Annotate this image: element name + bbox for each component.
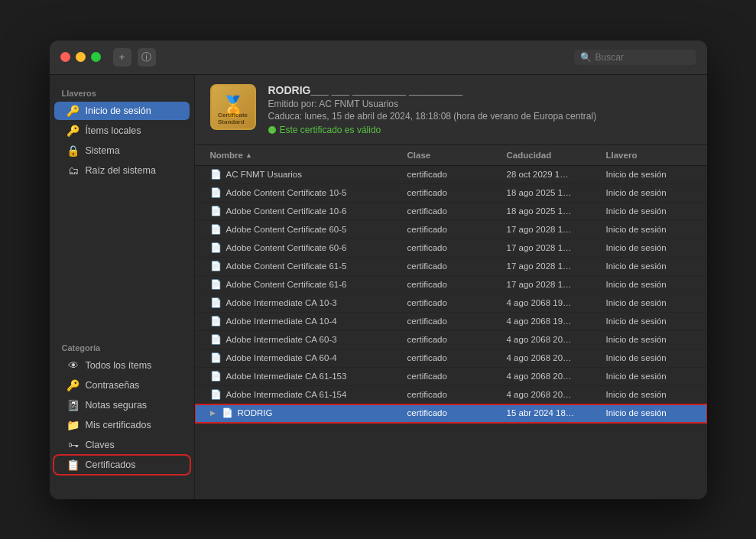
info-icon: ⓘ [141, 50, 151, 64]
cert-info: RODRIG___ ___ _________ _________ Emitid… [268, 84, 692, 135]
cell-llavero: Inicio de sesión [603, 333, 695, 346]
sidebar-item-mis-certificados[interactable]: 📁 Mis certificados [54, 416, 190, 434]
cell-caducidad: 28 oct 2029 1… [504, 168, 603, 180]
cell-caducidad: 17 ago 2028 1… [504, 223, 603, 235]
traffic-lights [60, 52, 101, 62]
col-nombre[interactable]: Nombre ▲ [207, 148, 404, 162]
cell-clase: certificado [404, 168, 504, 180]
table-row[interactable]: 📄Adobe Content Certificate 60-5certifica… [195, 221, 707, 239]
table-row[interactable]: 📄Adobe Intermediate CA 60-4certificado4 … [195, 349, 707, 368]
cert-row-icon: 📄 [222, 407, 233, 418]
sidebar-item-raiz-sistema[interactable]: 🗂 Raíz del sistema [54, 161, 190, 180]
table-row[interactable]: 📄Adobe Content Certificate 61-6certifica… [195, 276, 707, 294]
sidebar-item-notas[interactable]: 📓 Notas seguras [54, 396, 190, 414]
table-row[interactable]: 📄Adobe Content Certificate 10-6certifica… [195, 203, 707, 221]
cell-nombre-text: Adobe Content Certificate 61-5 [226, 261, 347, 271]
titlebar-actions: + ⓘ [113, 48, 156, 67]
skeleton-key-icon: 🗝 [67, 439, 80, 451]
valid-indicator [268, 126, 276, 134]
sidebar: Llaveros 🔑 Inicio de sesión 🔑 Ítems loca… [50, 75, 195, 499]
sidebar-item-sistema[interactable]: 🔒 Sistema [54, 141, 190, 160]
sidebar-item-label: Sistema [86, 145, 120, 156]
cell-llavero: Inicio de sesión [603, 388, 695, 401]
cell-llavero: Inicio de sesión [603, 278, 695, 291]
cell-llavero: Inicio de sesión [603, 168, 695, 180]
minimize-button[interactable] [76, 52, 86, 62]
cell-nombre: 📄Adobe Intermediate CA 60-4 [207, 351, 404, 365]
cert-row-icon: 📄 [210, 224, 222, 235]
table-row[interactable]: 📄AC FNMT Usuarioscertificado28 oct 2029 … [195, 166, 707, 184]
cert-row-icon: 📄 [210, 316, 222, 326]
cert-list-icon: 📋 [67, 459, 80, 471]
sidebar-item-label: Claves [86, 440, 115, 450]
cell-nombre: 📄Adobe Intermediate CA 10-4 [207, 314, 404, 328]
cert-ribbon: CertificateStandard [218, 112, 248, 125]
cert-row-icon: 📄 [210, 261, 222, 271]
cell-nombre-text: Adobe Intermediate CA 10-3 [226, 298, 337, 307]
cert-row-icon: 📄 [210, 297, 222, 308]
sidebar-item-todos[interactable]: 👁 Todos los ítems [54, 356, 190, 375]
expand-arrow-icon: ▶ [210, 409, 216, 417]
cell-nombre: 📄Adobe Intermediate CA 61-154 [207, 388, 404, 401]
sidebar-item-certificados[interactable]: 📋 Certificados [54, 456, 190, 474]
col-caducidad: Caducidad [504, 148, 603, 162]
table-row[interactable]: 📄Adobe Intermediate CA 61-154certificado… [195, 386, 707, 404]
table-row[interactable]: 📄Adobe Intermediate CA 10-4certificado4 … [195, 313, 707, 331]
table-row[interactable]: 📄Adobe Intermediate CA 10-3certificado4 … [195, 294, 707, 313]
info-button[interactable]: ⓘ [138, 48, 156, 67]
cell-caducidad: 17 ago 2028 1… [504, 278, 603, 291]
cert-row-icon: 📄 [210, 389, 222, 400]
sidebar-item-contrasenas[interactable]: 🔑 Contraseñas [54, 376, 190, 395]
cell-nombre-text: Adobe Content Certificate 60-6 [226, 243, 347, 252]
cert-header: 🏅 CertificateStandard RODRIG___ ___ ____… [195, 75, 707, 145]
close-button[interactable] [60, 52, 70, 62]
table-row[interactable]: 📄Adobe Content Certificate 10-5certifica… [195, 184, 707, 203]
cert-row-icon: 📄 [210, 187, 222, 198]
category-section-label: Categoría [50, 339, 194, 356]
table-row[interactable]: 📄Adobe Content Certificate 61-5certifica… [195, 258, 707, 276]
sidebar-item-claves[interactable]: 🗝 Claves [54, 436, 190, 454]
folder-icon: 🗂 [67, 164, 80, 177]
col-clase: Clase [404, 148, 504, 162]
table-body: 📄AC FNMT Usuarioscertificado28 oct 2029 … [195, 166, 707, 499]
sidebar-item-inicio-sesion[interactable]: 🔑 Inicio de sesión [54, 102, 190, 120]
cell-caducidad: 4 ago 2068 20… [504, 388, 603, 401]
sidebar-item-label: Inicio de sesión [86, 106, 151, 116]
key-icon: 🔑 [67, 105, 80, 117]
table-row[interactable]: 📄Adobe Intermediate CA 60-3certificado4 … [195, 331, 707, 349]
add-item-button[interactable]: + [113, 48, 131, 67]
cell-nombre: 📄AC FNMT Usuarios [207, 167, 404, 181]
sidebar-item-label: Certificados [86, 459, 136, 470]
sidebar-item-items-locales[interactable]: 🔑 Ítems locales [54, 122, 190, 140]
cert-row-icon: 📄 [210, 371, 222, 382]
maximize-button[interactable] [91, 52, 101, 62]
cell-caducidad: 4 ago 2068 19… [504, 315, 603, 327]
cert-row-icon: 📄 [210, 334, 222, 345]
cell-caducidad: 18 ago 2025 1… [504, 205, 603, 217]
notes-icon: 📓 [67, 399, 80, 411]
cell-clase: certificado [404, 388, 504, 401]
cell-clase: certificado [404, 242, 504, 254]
plus-icon: + [119, 51, 125, 63]
cert-row-icon: 📄 [210, 352, 222, 363]
cell-nombre-text: Adobe Content Certificate 10-5 [226, 188, 347, 197]
key-icon-3: 🔑 [67, 379, 80, 391]
eye-icon: 👁 [67, 359, 80, 372]
main-layout: Llaveros 🔑 Inicio de sesión 🔑 Ítems loca… [50, 75, 707, 499]
table-header: Nombre ▲ Clase Caducidad Llavero [195, 145, 707, 166]
search-input[interactable] [595, 52, 690, 63]
cell-nombre-text: Adobe Content Certificate 61-6 [226, 280, 347, 289]
table-row[interactable]: ▶📄RODRIGcertificado15 abr 2024 18…Inicio… [195, 404, 707, 423]
sort-arrow: ▲ [245, 151, 252, 159]
cell-clase: certificado [404, 333, 504, 346]
content-area: 🏅 CertificateStandard RODRIG___ ___ ____… [195, 75, 707, 499]
table-row[interactable]: 📄Adobe Intermediate CA 61-153certificado… [195, 368, 707, 386]
search-bar[interactable]: 🔍 [574, 50, 696, 65]
table-row[interactable]: 📄Adobe Content Certificate 60-6certifica… [195, 239, 707, 258]
cell-nombre-text: Adobe Intermediate CA 10-4 [226, 317, 337, 326]
search-icon: 🔍 [580, 52, 592, 63]
cell-llavero: Inicio de sesión [603, 407, 695, 419]
cell-caducidad: 4 ago 2068 20… [504, 370, 603, 382]
cell-llavero: Inicio de sesión [603, 352, 695, 364]
col-llavero: Llavero [603, 148, 695, 162]
